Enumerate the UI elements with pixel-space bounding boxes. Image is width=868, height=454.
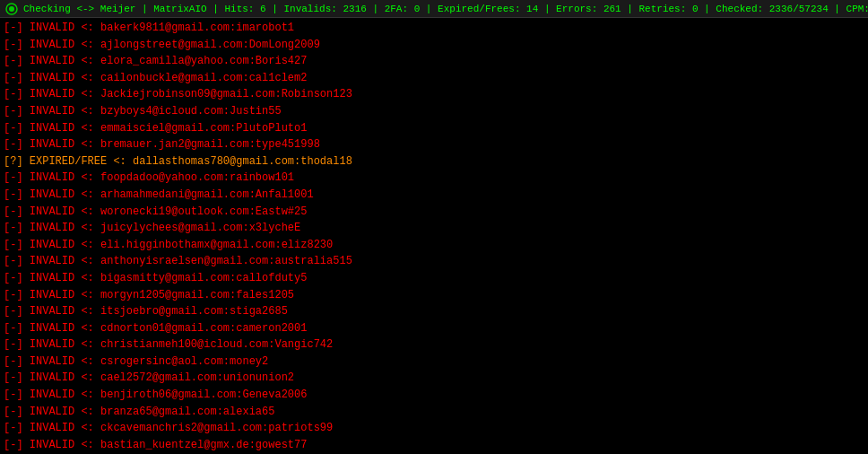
list-item: [-] INVALID <: cailonbuckle@gmail.com:ca…	[4, 70, 864, 87]
titlebar-left: Checking <-> Meijer | MatrixAIO | Hits: …	[5, 3, 868, 15]
log-area: [-] INVALID <: bakerk9811@gmail.com:imar…	[0, 18, 868, 454]
list-item: [-] INVALID <: cdnorton01@gmail.com:came…	[4, 320, 864, 337]
list-item: [-] INVALID <: cael2572@gmail.com:unionu…	[4, 370, 864, 387]
svg-point-1	[9, 6, 14, 12]
app-icon	[5, 3, 18, 15]
list-item: [-] INVALID <: bremauer.jan2@gmail.com:t…	[4, 136, 864, 153]
list-item: [-] INVALID <: emmaisciel@gmail.com:Plut…	[4, 120, 864, 137]
list-item: [-] INVALID <: branza65@gmail.com:alexia…	[4, 404, 864, 421]
list-item: [-] INVALID <: csrogersinc@aol.com:money…	[4, 354, 864, 371]
list-item: [-] INVALID <: bakerk9811@gmail.com:imar…	[4, 20, 864, 37]
list-item: [?] EXPIRED/FREE <: dallasthomas780@gmai…	[4, 153, 864, 170]
list-item: [-] INVALID <: woronecki19@outlook.com:E…	[4, 204, 864, 221]
list-item: [-] INVALID <: eli.higginbothamx@gmail.c…	[4, 237, 864, 254]
titlebar-text: Checking <-> Meijer | MatrixAIO | Hits: …	[23, 4, 868, 14]
list-item: [-] INVALID <: ckcavemanchris2@gmail.com…	[4, 420, 864, 437]
list-item: [-] INVALID <: christianmeh100@icloud.co…	[4, 336, 864, 354]
list-item: [-] INVALID <: anthonyisraelsen@gmail.co…	[4, 253, 864, 270]
list-item: [-] INVALID <: itsjoebro@gmail.com:stiga…	[4, 303, 864, 320]
list-item: [-] INVALID <: foopdadoo@yahoo.com:rainb…	[4, 170, 864, 187]
list-item: [-] INVALID <: arhamahmedani@gmail.com:A…	[4, 187, 864, 204]
list-item: [-] INVALID <: bastian_kuentzel@gmx.de:g…	[4, 437, 864, 454]
list-item: [-] INVALID <: ajlongstreet@gmail.com:Do…	[4, 37, 864, 54]
list-item: [-] INVALID <: bzyboys4@icloud.com:Justi…	[4, 103, 864, 120]
list-item: [-] INVALID <: elora_camilla@yahoo.com:B…	[4, 53, 864, 70]
list-item: [-] INVALID <: bigasmitty@gmail.com:call…	[4, 270, 864, 287]
list-item: [-] INVALID <: Jackiejrobinson09@gmail.c…	[4, 86, 864, 103]
list-item: [-] INVALID <: juicylychees@gmail.com:x3…	[4, 220, 864, 237]
list-item: [-] INVALID <: benjiroth06@gmail.com:Gen…	[4, 387, 864, 404]
list-item: [-] INVALID <: morgyn1205@gmail.com:fale…	[4, 287, 864, 304]
titlebar: Checking <-> Meijer | MatrixAIO | Hits: …	[0, 0, 868, 18]
